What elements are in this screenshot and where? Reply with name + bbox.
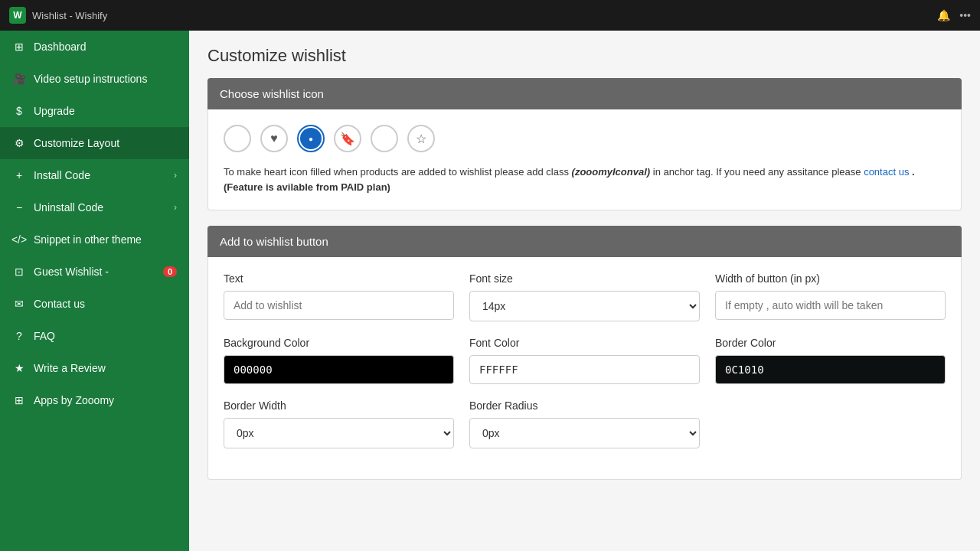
form-row-2: Background Color Font Color Border Color (224, 337, 946, 384)
dot-inner: ● (309, 135, 313, 143)
sidebar-item-contact-us[interactable]: ✉ Contact us (0, 288, 189, 320)
border-width-label: Border Width (224, 399, 454, 412)
width-label: Width of button (in px) (715, 272, 946, 285)
sidebar-label: Upgrade (34, 105, 177, 117)
sidebar-item-guest-wishlist[interactable]: ⊡ Guest Wishlist - 0 (0, 256, 189, 288)
icon-option-star[interactable]: ☆ (407, 125, 435, 152)
sidebar-label: Video setup instructions (34, 73, 177, 85)
choose-icon-body: ♥ ● 🔖 (207, 109, 962, 210)
code-icon: </> (12, 233, 26, 246)
border-width-select[interactable]: 0px 1px 2px 3px (224, 418, 454, 448)
choose-icon-header: Choose wishlist icon (207, 78, 962, 109)
topbar: W Wishlist - Wishify 🔔 ••• (0, 0, 980, 31)
text-label: Text (224, 272, 454, 285)
apps-icon: ⊞ (12, 393, 26, 407)
sidebar-label: Guest Wishlist - (34, 266, 155, 278)
icon-option-circle[interactable] (224, 125, 251, 152)
sidebar-item-upgrade[interactable]: $ Upgrade (0, 95, 189, 127)
star-icon: ★ (12, 361, 26, 375)
width-field-group: Width of button (in px) (715, 272, 946, 321)
sidebar-item-video-setup[interactable]: 🎥 Video setup instructions (0, 63, 189, 95)
add-to-wishlist-section: Add to wishlist button Text Font size 14… (207, 226, 962, 480)
sidebar-item-apps-zooomy[interactable]: ⊞ Apps by Zooomy (0, 384, 189, 416)
dollar-icon: $ (12, 104, 26, 118)
sidebar-item-write-review[interactable]: ★ Write a Review (0, 352, 189, 384)
width-input[interactable] (715, 291, 946, 320)
font-color-group: Font Color (469, 337, 700, 384)
form-row-3: Border Width 0px 1px 2px 3px Border Radi… (224, 399, 946, 448)
sidebar-label: Apps by Zooomy (34, 394, 177, 406)
bg-color-input[interactable] (224, 355, 454, 384)
border-color-group: Border Color (715, 337, 946, 384)
chevron-right-icon: › (174, 202, 177, 213)
icon-option-bookmark[interactable]: 🔖 (334, 125, 361, 152)
video-icon: 🎥 (12, 72, 26, 86)
icon-description: To make heart icon filled when products … (224, 165, 946, 194)
border-radius-select[interactable]: 0px 2px 4px 8px 16px (469, 418, 700, 448)
font-color-label: Font Color (469, 337, 700, 349)
sidebar-label: FAQ (34, 330, 177, 342)
font-color-input[interactable] (469, 355, 700, 384)
sidebar-label: Contact us (34, 298, 177, 310)
sidebar-item-dashboard[interactable]: ⊞ Dashboard (0, 31, 189, 63)
sidebar-label: Customize Layout (34, 137, 177, 149)
bg-color-label: Background Color (224, 337, 454, 349)
star-glyph: ☆ (416, 132, 426, 146)
bookmark-glyph: 🔖 (340, 132, 355, 146)
icon-option-dot[interactable]: ● (297, 125, 325, 152)
border-width-group: Border Width 0px 1px 2px 3px (224, 399, 454, 448)
more-icon[interactable]: ••• (959, 9, 971, 21)
guest-wishlist-badge: 0 (163, 266, 177, 277)
sidebar-item-install-code[interactable]: + Install Code › (0, 159, 189, 191)
main-content: Customize wishlist Choose wishlist icon … (189, 31, 980, 551)
text-input[interactable] (224, 291, 454, 320)
sidebar-item-snippet-other-theme[interactable]: </> Snippet in other theme (0, 223, 189, 256)
page-title: Customize wishlist (207, 46, 962, 66)
choose-icon-section: Choose wishlist icon ♥ ● (207, 78, 962, 210)
sidebar-label: Snippet in other theme (34, 233, 177, 246)
border-radius-label: Border Radius (469, 399, 700, 412)
chevron-right-icon: › (174, 170, 177, 181)
icon-option-circle2[interactable] (371, 125, 398, 152)
sidebar-item-uninstall-code[interactable]: − Uninstall Code › (0, 191, 189, 223)
fontsize-select[interactable]: 14px 12px 13px 16px 18px 20px (469, 291, 700, 321)
heart-glyph: ♥ (270, 132, 278, 145)
sidebar-label: Write a Review (34, 362, 177, 374)
question-icon: ? (12, 329, 26, 343)
table-icon: ⊡ (12, 265, 26, 279)
border-color-input[interactable] (715, 355, 946, 384)
sidebar-item-faq[interactable]: ? FAQ (0, 320, 189, 352)
minus-icon: − (12, 201, 26, 214)
page-header: Customize wishlist (189, 31, 980, 78)
add-to-wishlist-body: Text Font size 14px 12px 13px 16px 18px (207, 257, 962, 480)
topbar-left: W Wishlist - Wishify (9, 7, 107, 24)
topbar-title: Wishlist - Wishify (32, 10, 107, 21)
border-color-label: Border Color (715, 337, 946, 349)
add-to-wishlist-header: Add to wishlist button (207, 226, 962, 257)
envelope-icon: ✉ (12, 297, 26, 311)
sidebar-label: Install Code (34, 169, 166, 181)
sidebar-label: Uninstall Code (34, 201, 166, 214)
form-row-1: Text Font size 14px 12px 13px 16px 18px (224, 272, 946, 321)
app-icon: W (9, 7, 26, 24)
plus-icon: + (12, 168, 26, 182)
gear-icon: ⚙ (12, 136, 26, 150)
icon-picker: ♥ ● 🔖 (224, 125, 946, 152)
contact-link[interactable]: contact us (864, 166, 909, 178)
grid-icon: ⊞ (12, 40, 26, 54)
sidebar-label: Dashboard (34, 41, 177, 53)
layout: ⊞ Dashboard 🎥 Video setup instructions $… (0, 31, 980, 551)
sidebar: ⊞ Dashboard 🎥 Video setup instructions $… (0, 31, 189, 551)
sidebar-item-customize-layout[interactable]: ⚙ Customize Layout (0, 127, 189, 159)
fontsize-label: Font size (469, 272, 700, 285)
bell-icon[interactable]: 🔔 (937, 9, 950, 21)
spacer-group (715, 399, 946, 448)
border-radius-group: Border Radius 0px 2px 4px 8px 16px (469, 399, 700, 448)
text-field-group: Text (224, 272, 454, 321)
content-area: Choose wishlist icon ♥ ● (189, 78, 980, 514)
fontsize-field-group: Font size 14px 12px 13px 16px 18px 20px (469, 272, 700, 321)
bg-color-group: Background Color (224, 337, 454, 384)
icon-option-heart[interactable]: ♥ (260, 125, 288, 152)
topbar-right: 🔔 ••• (937, 9, 971, 21)
